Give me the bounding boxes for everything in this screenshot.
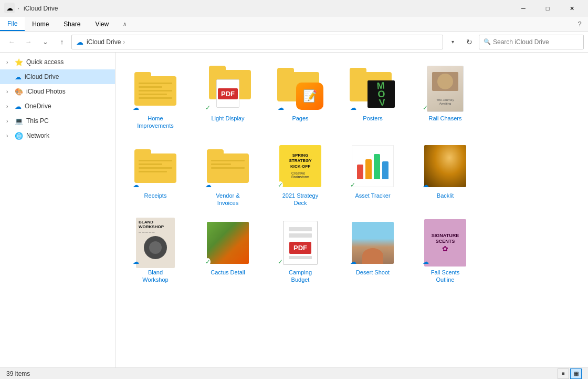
sync-cloud-icon: ☁ [423, 258, 429, 265]
file-pages[interactable]: 📝 ☁ Pages [269, 61, 332, 134]
file-bland-workshop[interactable]: BLANDWORKSHOP — — — — — ☁ Bland Workshop [124, 215, 187, 288]
file-asset-tracker[interactable]: ✓ Asset Tracker [341, 138, 404, 211]
item-count: 39 items [6, 370, 30, 377]
address-dropdown-button[interactable]: ▾ [445, 35, 460, 49]
file-strategy-deck[interactable]: SPRINGSTRATEGYKICK-OFF CreativeBrainstor… [269, 138, 332, 211]
maximize-button[interactable]: □ [536, 0, 560, 17]
tab-file[interactable]: File [0, 17, 25, 31]
sync-check-outline-icon: ✓ [423, 104, 428, 111]
sync-cloud-icon: ☁ [133, 258, 139, 265]
forward-button[interactable]: → [21, 35, 36, 49]
address-bar: ← → ⌄ ↑ ☁ iCloud Drive › ▾ ↻ 🔍 [0, 32, 588, 53]
sync-check-icon: ✓ [278, 258, 283, 265]
svg-text:☁: ☁ [6, 4, 13, 12]
sync-cloud-icon: ☁ [423, 181, 429, 189]
refresh-button[interactable]: ↻ [462, 35, 477, 49]
quick-access-icon: ⭐ [15, 58, 23, 66]
tab-view[interactable]: View [88, 17, 116, 31]
title-bar-title: iCloud Drive [24, 5, 511, 12]
file-rail-chasers[interactable]: The JourneyAwaiting ✓ Rail Chasers [414, 61, 477, 134]
location-icon: ☁ [76, 38, 83, 46]
this-pc-icon: 💻 [15, 117, 23, 125]
up-button[interactable]: ↑ [55, 35, 69, 49]
quick-access-toolbar: · [18, 5, 19, 12]
help-button[interactable]: ? [571, 17, 588, 31]
title-bar: ☁ · iCloud Drive ─ □ ✕ [0, 0, 588, 17]
sync-cloud-icon: ☁ [205, 181, 212, 189]
chevron-icon: › [6, 89, 14, 95]
file-desert-shoot[interactable]: ☁ Desert Shoot [341, 215, 404, 288]
sidebar-item-this-pc[interactable]: › 💻 This PC [0, 114, 115, 128]
sidebar-item-onedrive[interactable]: › ☁ OneDrive [0, 99, 115, 114]
sync-check-icon: ✓ [278, 181, 283, 189]
onedrive-icon: ☁ [15, 103, 22, 110]
search-icon: 🔍 [484, 38, 491, 45]
minimize-button[interactable]: ─ [511, 0, 536, 17]
address-field[interactable]: ☁ iCloud Drive › [71, 35, 443, 49]
details-view-button[interactable]: ≡ [558, 368, 569, 379]
tab-share[interactable]: Share [56, 17, 88, 31]
tab-home[interactable]: Home [25, 17, 56, 31]
main-layout: › ⭐ Quick access ☁ iCloud Drive › 🎨 iClo… [0, 53, 588, 367]
view-buttons: ≡ ▦ [558, 368, 582, 379]
file-cactus-detail[interactable]: ✓ Cactus Detail [196, 215, 259, 288]
sidebar-item-quick-access[interactable]: › ⭐ Quick access [0, 55, 115, 69]
status-bar: 39 items ≡ ▦ [0, 367, 588, 379]
app-icon: ☁ [4, 3, 15, 15]
content-area: ☁ Home Improvements PDF ✓ Light Display [116, 53, 588, 367]
file-vendor-invoices[interactable]: ☁ Vendor & Invoices [196, 138, 259, 211]
file-light-display[interactable]: PDF ✓ Light Display [196, 61, 259, 134]
ribbon-expand-button[interactable]: ∧ [116, 17, 133, 31]
ribbon: File Home Share View ∧ ? [0, 17, 588, 32]
network-icon: 🌐 [15, 132, 23, 140]
sidebar-item-network[interactable]: › 🌐 Network [0, 128, 115, 143]
sidebar-item-icloud-photos[interactable]: › 🎨 iCloud Photos [0, 84, 115, 99]
sync-cloud-icon: ☁ [133, 104, 139, 111]
file-home-improvements[interactable]: ☁ Home Improvements [124, 61, 187, 134]
chevron-icon: › [6, 59, 14, 65]
sidebar: › ⭐ Quick access ☁ iCloud Drive › 🎨 iClo… [0, 53, 116, 367]
chevron-icon: › [6, 104, 14, 109]
sync-check-icon: ✓ [205, 104, 211, 111]
icloud-drive-icon: ☁ [15, 73, 22, 81]
sync-cloud-icon: ☁ [350, 258, 356, 265]
file-camping-budget[interactable]: PDF ✓ Camping Budget [269, 215, 332, 288]
chevron-icon: › [6, 133, 14, 139]
recent-locations-button[interactable]: ⌄ [38, 35, 52, 49]
file-fall-scents[interactable]: SIGNATURESCENTS ✿ ☁ Fall Scents Outline [414, 215, 477, 288]
search-input[interactable] [493, 38, 579, 46]
close-button[interactable]: ✕ [560, 0, 584, 17]
file-posters[interactable]: MOV ☁ Posters [341, 61, 404, 134]
icloud-photos-icon: 🎨 [15, 88, 23, 96]
sidebar-item-icloud-drive[interactable]: ☁ iCloud Drive [0, 69, 115, 84]
search-box[interactable]: 🔍 [479, 35, 584, 49]
sync-cloud-icon: ☁ [350, 104, 356, 111]
sync-cloud-icon: ☁ [133, 181, 139, 189]
back-button[interactable]: ← [4, 35, 19, 49]
sync-check-outline-icon: ✓ [350, 181, 355, 189]
grid-view-button[interactable]: ▦ [570, 368, 582, 379]
sync-cloud-icon: ☁ [278, 104, 284, 111]
chevron-icon: › [6, 118, 14, 124]
file-backlit[interactable]: ☁ Backlit [414, 138, 477, 211]
file-receipts[interactable]: ☁ Receipts [124, 138, 187, 211]
sync-check-icon: ✓ [205, 258, 211, 265]
